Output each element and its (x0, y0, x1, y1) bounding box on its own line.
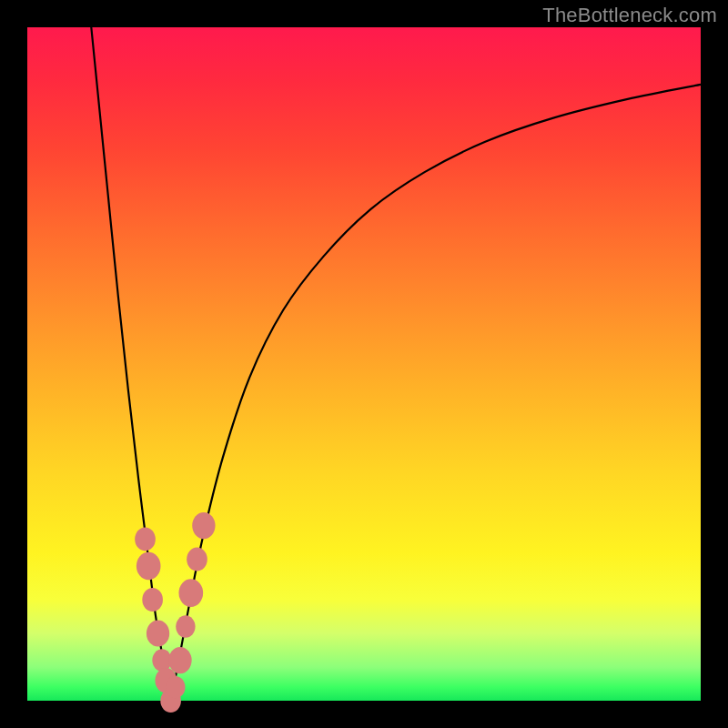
chart-frame: TheBottleneck.com (0, 0, 728, 728)
data-marker (187, 548, 207, 571)
data-marker (176, 615, 195, 638)
data-marker (166, 676, 185, 699)
data-marker (142, 588, 163, 612)
plot-area (27, 27, 701, 701)
data-markers (135, 512, 215, 713)
data-marker (135, 527, 156, 551)
watermark-text: TheBottleneck.com (542, 4, 717, 27)
chart-svg (27, 27, 701, 701)
data-marker (147, 620, 169, 646)
data-marker (168, 647, 191, 673)
data-marker (136, 552, 161, 581)
curve-right-branch (171, 85, 701, 701)
data-marker (178, 579, 203, 607)
data-marker (192, 512, 215, 539)
